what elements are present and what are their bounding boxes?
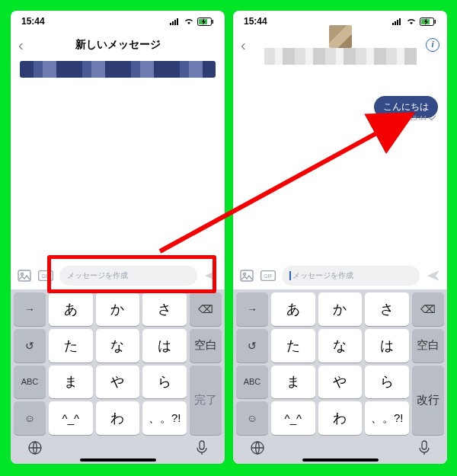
- svg-rect-6: [213, 20, 214, 24]
- svg-text:GIF: GIF: [264, 273, 273, 279]
- nav-title: 新しいメッセージ: [11, 38, 225, 52]
- status-time: 15:44: [21, 16, 45, 27]
- globe-icon[interactable]: [27, 440, 43, 458]
- wifi-icon: [406, 18, 417, 25]
- key-wa[interactable]: わ: [96, 401, 140, 435]
- key-space[interactable]: 空白: [190, 329, 222, 363]
- keyboard[interactable]: → あ か さ ⌫ ↺ た な は 空白 ABC ま や ら 完了 ☺ ^_^ …: [11, 289, 225, 464]
- text-cursor: [289, 271, 291, 280]
- key-done[interactable]: 完了: [190, 366, 222, 436]
- signal-icon: [392, 18, 403, 25]
- annotation-red-box: [47, 255, 216, 293]
- key-ta[interactable]: た: [49, 329, 93, 363]
- composer-input[interactable]: メッセージを作成: [282, 266, 420, 286]
- image-icon[interactable]: [239, 268, 254, 283]
- key-ra[interactable]: ら: [365, 366, 409, 399]
- key-abc[interactable]: ABC: [236, 366, 268, 399]
- nav-bar: ‹ i: [233, 32, 447, 58]
- key-arrow[interactable]: →: [14, 292, 46, 326]
- key-ha[interactable]: は: [142, 329, 187, 363]
- key-sa[interactable]: さ: [142, 292, 187, 326]
- key-punct[interactable]: 、。?!: [365, 401, 409, 435]
- status-icons: [170, 18, 214, 26]
- key-ha[interactable]: は: [365, 329, 409, 363]
- gif-icon[interactable]: GIF: [260, 268, 276, 283]
- svg-rect-0: [170, 23, 171, 25]
- svg-point-21: [244, 273, 246, 276]
- key-undo[interactable]: ↺: [236, 329, 268, 363]
- chat-area: こんにちは 15:44: [233, 79, 447, 262]
- key-ma[interactable]: ま: [49, 366, 93, 399]
- key-na[interactable]: な: [96, 329, 140, 363]
- home-indicator[interactable]: [302, 458, 379, 462]
- svg-rect-3: [177, 18, 178, 25]
- key-a[interactable]: あ: [49, 292, 93, 326]
- image-icon[interactable]: [17, 268, 32, 283]
- recipient-blur: [20, 61, 216, 78]
- key-undo[interactable]: ↺: [14, 329, 46, 363]
- key-emoji[interactable]: ☺: [14, 401, 46, 435]
- contact-avatar-blur: [329, 25, 352, 48]
- key-kaomoji[interactable]: ^_^: [271, 401, 315, 435]
- svg-rect-1: [172, 21, 174, 25]
- send-icon[interactable]: [426, 268, 441, 283]
- key-ta[interactable]: た: [271, 329, 315, 363]
- svg-point-8: [21, 273, 24, 276]
- key-return[interactable]: 改行: [412, 366, 444, 436]
- svg-rect-19: [435, 20, 436, 24]
- delivered-check-icon: [429, 115, 436, 121]
- home-indicator[interactable]: [80, 458, 156, 462]
- svg-rect-2: [174, 20, 176, 25]
- key-backspace[interactable]: ⌫: [412, 292, 444, 326]
- key-a[interactable]: あ: [271, 292, 315, 326]
- key-emoji[interactable]: ☺: [236, 401, 268, 435]
- key-ka[interactable]: か: [318, 292, 363, 326]
- signal-icon: [170, 18, 181, 25]
- key-backspace[interactable]: ⌫: [190, 292, 222, 326]
- contact-name-blur: [264, 48, 417, 65]
- nav-bar: ‹ 新しいメッセージ: [11, 32, 225, 58]
- key-arrow[interactable]: →: [236, 292, 268, 326]
- key-sa[interactable]: さ: [365, 292, 409, 326]
- status-icons: [392, 18, 436, 26]
- key-ra[interactable]: ら: [142, 366, 187, 399]
- svg-rect-12: [200, 441, 204, 449]
- key-punct[interactable]: 、。?!: [142, 401, 187, 435]
- chat-area: [11, 79, 225, 262]
- key-ya[interactable]: や: [96, 366, 140, 399]
- wifi-icon: [184, 18, 194, 25]
- mic-icon[interactable]: [196, 440, 208, 458]
- sent-message-meta: 15:44: [409, 114, 436, 122]
- phone-right: 15:44 ‹ i こんにちは 15:44 GIF: [233, 11, 447, 464]
- key-na[interactable]: な: [318, 329, 363, 363]
- key-abc[interactable]: ABC: [14, 366, 46, 399]
- key-ma[interactable]: ま: [271, 366, 315, 399]
- mic-icon[interactable]: [418, 440, 430, 458]
- composer-placeholder: メッセージを作成: [292, 270, 353, 281]
- svg-rect-16: [399, 18, 401, 25]
- key-ya[interactable]: や: [318, 366, 363, 399]
- status-bar: 15:44: [11, 11, 225, 32]
- phone-left: 15:44 ‹ 新しいメッセージ GIF メッセージを作成 → あ: [11, 11, 225, 464]
- key-ka[interactable]: か: [96, 292, 140, 326]
- key-wa[interactable]: わ: [318, 401, 363, 435]
- info-button[interactable]: i: [426, 38, 439, 52]
- key-kaomoji[interactable]: ^_^: [49, 401, 93, 435]
- keyboard[interactable]: → あ か さ ⌫ ↺ た な は 空白 ABC ま や ら 改行 ☺ ^_^ …: [233, 289, 447, 464]
- battery-charging-icon: [420, 18, 436, 26]
- key-space[interactable]: 空白: [412, 329, 444, 363]
- composer-row: GIF メッセージを作成: [233, 262, 447, 289]
- svg-rect-25: [422, 441, 427, 449]
- battery-charging-icon: [197, 18, 214, 26]
- globe-icon[interactable]: [250, 440, 265, 458]
- svg-rect-15: [397, 20, 398, 25]
